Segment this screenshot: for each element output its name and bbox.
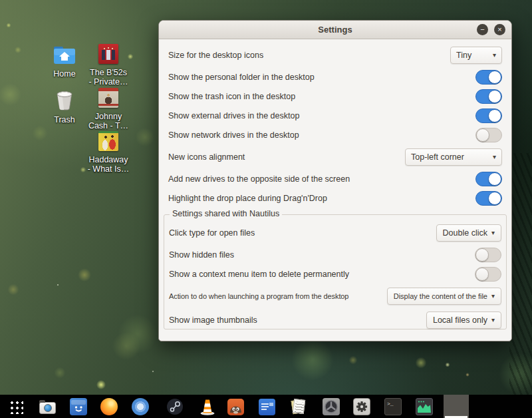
- row-label: Show the trash icon in the desktop: [168, 92, 295, 101]
- settings-row: Highlight the drop place during Drag'n'D…: [159, 188, 511, 208]
- firefox-icon[interactable]: [100, 397, 118, 416]
- chevron-down-icon: ▾: [491, 316, 495, 323]
- settings-gear-icon[interactable]: [352, 397, 371, 416]
- settings-window: Settings − × Size for the desktop icons …: [158, 20, 512, 341]
- gimp-icon[interactable]: [226, 397, 245, 416]
- settings-row: Show image thumbnails Local files only ▾: [164, 310, 506, 329]
- screenshot-camera-icon[interactable]: [38, 397, 57, 416]
- desktop-icon-haddaway-album[interactable]: Haddaway - What Is…: [82, 131, 135, 174]
- thumbnails-dropdown[interactable]: Local files only ▾: [426, 312, 501, 329]
- minimize-icon[interactable]: −: [477, 24, 488, 35]
- icon-size-dropdown[interactable]: Tiny ▾: [450, 47, 502, 64]
- desktop-icon-label: Haddaway: [82, 156, 135, 165]
- active-window-slot[interactable]: [444, 395, 469, 418]
- desktop-icon-label: Cash - T…: [82, 122, 135, 131]
- chevron-down-icon: ▾: [493, 51, 496, 59]
- desktop-icon-label: Johnny: [82, 112, 135, 122]
- chevron-down-icon: ▾: [493, 153, 496, 160]
- album-cover-icon: [98, 44, 118, 64]
- chevron-down-icon: ▾: [491, 229, 495, 236]
- desktop-icon-label: The B'52s: [82, 69, 135, 78]
- row-label: New icons alignment: [168, 152, 245, 162]
- system-monitor-icon[interactable]: [415, 397, 434, 416]
- app-grid-icon[interactable]: [7, 397, 25, 416]
- row-label: Show network drives in the desktop: [168, 130, 299, 140]
- desktop-icon-johnny-cash-album[interactable]: Johnny Cash - T…: [82, 88, 135, 130]
- settings-row: Size for the desktop icons Tiny ▾: [159, 45, 511, 65]
- row-label: Show external drives in the desktop: [168, 111, 299, 120]
- settings-row: Show a context menu item to delete perma…: [164, 264, 506, 284]
- row-label: Show the personal folder in the desktop: [168, 73, 315, 82]
- chromium-icon[interactable]: [131, 397, 150, 416]
- highlight-drop-toggle[interactable]: [475, 191, 502, 206]
- delete-permanently-toggle[interactable]: [475, 267, 501, 282]
- settings-row: Add new drives to the opposite side of t…: [159, 169, 511, 188]
- settings-row: Show external drives in the desktop: [159, 106, 511, 125]
- chevron-down-icon: ▾: [491, 292, 495, 300]
- row-label: Show a context menu item to delete perma…: [169, 270, 349, 279]
- row-label: Action to do when launching a program fr…: [169, 292, 348, 300]
- desktop: Home The B'52s - Private… Trash Johnny C…: [0, 0, 532, 418]
- home-folder-icon: [53, 45, 76, 65]
- row-label: Add new drives to the opposite side of t…: [168, 174, 350, 184]
- settings-row: Show hidden files: [164, 245, 506, 264]
- external-drives-toggle[interactable]: [475, 108, 502, 123]
- trash-icon: [55, 89, 74, 111]
- desktop-icon-b52s-album[interactable]: The B'52s - Private…: [82, 44, 135, 87]
- settings-row: Show the trash icon in the desktop: [159, 87, 511, 106]
- settings-row: New icons alignment Top-left corner ▾: [159, 147, 511, 166]
- close-icon[interactable]: ×: [494, 24, 505, 35]
- desktop-icon-label: - What Is…: [82, 165, 135, 174]
- row-label: Highlight the drop place during Drag'n'D…: [168, 194, 327, 203]
- network-drives-toggle[interactable]: [475, 128, 502, 142]
- trash-icon-toggle[interactable]: [475, 89, 502, 104]
- pine-branch-decoration: [509, 153, 532, 399]
- row-label: Show image thumbnails: [169, 315, 257, 325]
- vlc-icon[interactable]: [198, 397, 217, 416]
- frame-legend: Settings shared with Nautilus: [170, 209, 282, 218]
- settings-row: Click type for open files Double click ▾: [164, 223, 506, 242]
- file-manager-icon[interactable]: [69, 397, 88, 416]
- media-player-icon[interactable]: [322, 397, 340, 416]
- icons-alignment-dropdown[interactable]: Top-left corner ▾: [405, 148, 502, 166]
- terminal-icon[interactable]: >_: [384, 397, 402, 416]
- settings-row: Show network drives in the desktop: [159, 125, 511, 144]
- launch-action-dropdown[interactable]: Display the content of the file ▾: [387, 288, 501, 305]
- settings-row: Show the personal folder in the desktop: [159, 67, 511, 87]
- opposite-side-toggle[interactable]: [475, 172, 502, 186]
- personal-folder-toggle[interactable]: [475, 70, 502, 85]
- window-title: Settings: [159, 21, 511, 39]
- nautilus-settings-frame: Settings shared with Nautilus Click type…: [164, 214, 507, 329]
- steam-icon[interactable]: [166, 397, 184, 416]
- hidden-files-toggle[interactable]: [475, 248, 501, 262]
- row-label: Size for the desktop icons: [168, 51, 263, 60]
- taskbar: >_: [0, 395, 532, 418]
- text-editor-icon[interactable]: [289, 397, 308, 416]
- album-cover-icon: [98, 88, 118, 108]
- settings-row: Action to do when launching a program fr…: [164, 286, 506, 306]
- titlebar[interactable]: Settings − ×: [159, 21, 511, 39]
- row-label: Click type for open files: [169, 228, 255, 238]
- album-cover-icon: [98, 131, 118, 151]
- click-type-dropdown[interactable]: Double click ▾: [436, 224, 501, 242]
- desktop-icon-label: - Private…: [82, 78, 135, 87]
- row-label: Show hidden files: [169, 250, 234, 260]
- word-processor-icon[interactable]: [257, 397, 276, 416]
